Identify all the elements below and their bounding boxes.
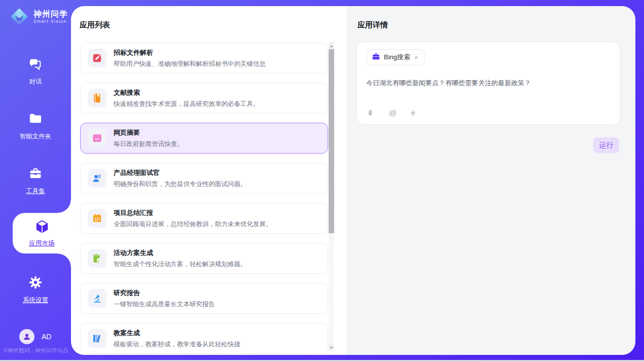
doc-edit-icon — [88, 49, 106, 67]
app-list: 招标文件解析 帮助用户快速、准确地理解和解析招标书中的关键信息 文献搜索 快速精… — [80, 43, 329, 355]
hash-icon[interactable]: # — [411, 108, 415, 117]
app-name: 网页摘要 — [114, 128, 184, 137]
toolbox-icon — [28, 166, 43, 183]
app-card[interactable]: 文献搜索 快速精准查找学术资源，提高研究效率的必备工具。 — [80, 83, 328, 114]
sidebar-item-settings[interactable]: 系统设置 — [0, 275, 71, 305]
app-name: 活动方案生成 — [114, 248, 247, 258]
chat-icon — [28, 57, 43, 73]
briefcase-icon — [372, 52, 380, 63]
app-name: 产品经理面试官 — [114, 168, 247, 177]
person-icon — [22, 332, 31, 341]
brand: 神州问学 Smart Vision — [9, 7, 68, 27]
prompt-text[interactable]: 今日湖北有哪些新闻要点？有哪些需要关注的最新政策？ — [366, 79, 611, 88]
app-list-panel: 应用列表 招标文件解析 帮助用户快速、准确地理解和解析招标书中的关键信息 文献搜… — [71, 6, 346, 355]
user-name: AD — [42, 333, 51, 341]
app-name: 文献搜索 — [114, 88, 260, 97]
app-list-title: 应用列表 — [80, 20, 110, 30]
books-icon — [88, 329, 106, 348]
app-name: 项目总结汇报 — [114, 208, 272, 218]
sidebar-item-label: 应用市场 — [29, 239, 55, 248]
sidebar-item-label: 智能文件夹 — [20, 132, 52, 141]
run-button[interactable]: 运行 — [593, 137, 619, 153]
app-detail-title: 应用详情 — [357, 20, 388, 30]
gear-icon — [28, 275, 43, 292]
app-name: 教案生成 — [114, 329, 240, 338]
calendar-icon — [88, 209, 106, 228]
app-card[interactable]: 产品经理面试官 明确身份和职责，为您提供专业性的面试问题。 — [80, 163, 328, 194]
close-icon[interactable]: × — [414, 54, 419, 61]
app-description: 全面回顾项目进展，总结经验教训，助力未来优化发展。 — [114, 220, 272, 229]
interviewer-icon — [88, 169, 106, 188]
cube-icon — [34, 219, 50, 236]
mention-icon[interactable]: @ — [389, 108, 397, 117]
scrollbar[interactable]: ▲ ▼ — [329, 43, 334, 351]
scroll-thumb[interactable] — [329, 49, 334, 233]
sidebar-item-label: 对话 — [29, 78, 42, 86]
brand-subtitle: Smart Vision — [33, 19, 68, 24]
app-description: 模板驱动，教案秒成，教学准备从此轻松快捷 — [114, 340, 240, 349]
research-icon — [88, 289, 106, 308]
app-card[interactable]: 招标文件解析 帮助用户快速、准确地理解和解析招标书中的关键信息 — [80, 43, 328, 74]
scroll-down-button[interactable]: ▼ — [329, 344, 334, 351]
app-card[interactable]: 网页摘要 每日政府新闻资讯快查。 — [80, 123, 328, 154]
book-icon — [88, 89, 106, 107]
app-description: 帮助用户快速、准确地理解和解析招标书中的关键信息 — [114, 60, 266, 68]
sidebar-item-toolset[interactable]: 工具集 — [0, 166, 71, 196]
app-card[interactable]: 研究报告 一键智能生成高质量长文本研究报告 — [80, 283, 328, 314]
brand-name: 神州问学 — [33, 10, 68, 19]
tool-chip-bing-search[interactable]: Bing搜索 × — [366, 49, 424, 65]
sidebar: 神州问学 Smart Vision 对话 智能文件夹 工具集 — [0, 0, 71, 360]
composer-toolbar: @ # — [366, 108, 611, 117]
sidebar-item-chat[interactable]: 对话 — [0, 57, 71, 86]
app-description: 智能生成个性化活动方案，轻松解决规划难题。 — [114, 260, 247, 269]
user-account[interactable]: AD — [19, 329, 51, 344]
prompt-composer[interactable]: Bing搜索 × 今日湖北有哪些新闻要点？有哪些需要关注的最新政策？ @ # — [356, 42, 620, 125]
avatar — [19, 329, 34, 344]
diamond-logo-icon — [9, 7, 29, 27]
folder-icon — [28, 112, 43, 128]
sidebar-item-label: 系统设置 — [23, 296, 48, 305]
app-description: 每日政府新闻资讯快查。 — [114, 140, 184, 149]
sidebar-item-app-market[interactable]: 应用市场 — [13, 213, 71, 254]
clipboard-icon — [88, 249, 106, 268]
browser-icon — [88, 129, 106, 148]
app-detail-panel: 应用详情 Bing搜索 × 今日湖北有哪些新闻要点？有哪些需要关注的最新政策？ — [346, 6, 635, 355]
app-description: 一键智能生成高质量长文本研究报告 — [114, 300, 215, 309]
app-card[interactable]: 活动方案生成 智能生成个性化活动方案，轻松解决规划难题。 — [80, 243, 328, 274]
sidebar-item-smart-folder[interactable]: 智能文件夹 — [0, 112, 71, 141]
sidebar-item-label: 工具集 — [26, 187, 45, 196]
scroll-up-button[interactable]: ▲ — [329, 43, 334, 49]
sidebar-footer: ©神州数码 · 神州问学出品 — [4, 347, 68, 354]
app-name: 研究报告 — [114, 288, 215, 298]
tool-chip-label: Bing搜索 — [384, 53, 410, 62]
app-description: 快速精准查找学术资源，提高研究效率的必备工具。 — [114, 100, 260, 108]
bottom-strip — [0, 360, 644, 362]
app-card[interactable]: 项目总结汇报 全面回顾项目进展，总结经验教训，助力未来优化发展。 — [80, 203, 328, 234]
attachment-icon[interactable] — [366, 108, 375, 117]
app-name: 招标文件解析 — [114, 48, 266, 57]
main-content: 应用列表 招标文件解析 帮助用户快速、准确地理解和解析招标书中的关键信息 文献搜… — [71, 6, 635, 355]
app-description: 明确身份和职责，为您提供专业性的面试问题。 — [114, 180, 247, 189]
app-card[interactable]: 教案生成 模板驱动，教案秒成，教学准备从此轻松快捷 — [80, 323, 328, 354]
